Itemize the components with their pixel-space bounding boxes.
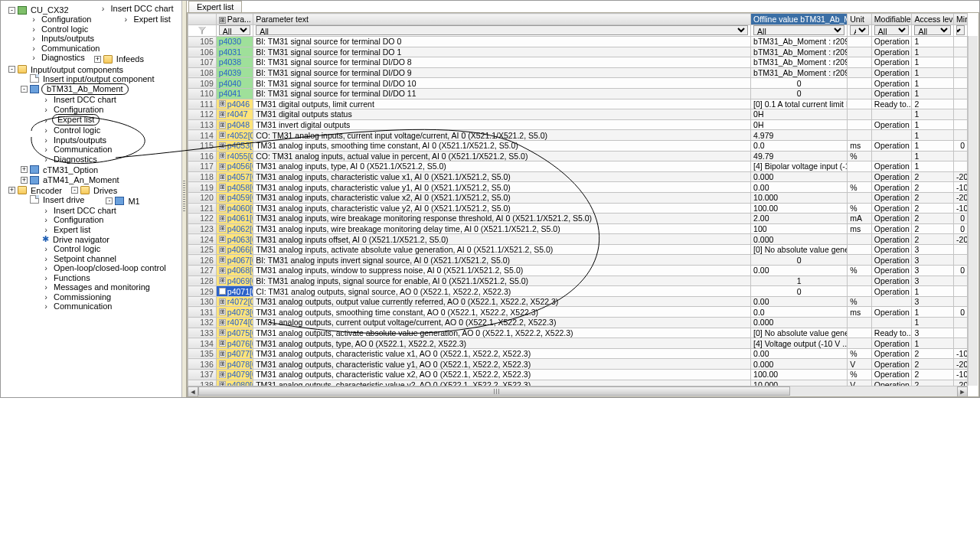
param-cell[interactable]: p4041: [216, 88, 253, 99]
expand-row-icon[interactable]: ⊞: [219, 288, 226, 295]
param-cell[interactable]: ⊞p4063[0]: [216, 234, 253, 245]
tree-item[interactable]: ›Expert list: [2, 114, 101, 126]
tree-item[interactable]: ✱Drive navigator: [2, 234, 113, 244]
offline-value-cell[interactable]: bTM31_Ab_Moment : r2090.5: [751, 47, 848, 57]
param-cell[interactable]: ⊞p4078[0]: [216, 359, 253, 370]
parameter-grid[interactable]: ⊞Para... Parameter text Offline value bT…: [187, 12, 979, 397]
param-cell[interactable]: p4031: [216, 47, 253, 57]
table-row[interactable]: 109 p4040 BI: TM31 signal source for ter…: [188, 78, 968, 89]
offline-value-cell[interactable]: 0.0: [751, 140, 848, 151]
param-cell[interactable]: ⊞p4080[0]: [216, 380, 253, 386]
param-cell[interactable]: ⊞p4066[0]: [216, 244, 253, 255]
filter-min[interactable]: All: [956, 25, 965, 35]
offline-value-cell[interactable]: 100: [751, 223, 848, 234]
offline-value-cell[interactable]: [4] Voltage output (-10 V ... +10 V): [751, 338, 848, 349]
expand-toggle[interactable]: -: [8, 7, 15, 14]
table-row[interactable]: 125 ⊞p4066[0] TM31 analog inputs, activa…: [188, 244, 968, 255]
expand-row-icon[interactable]: ⊞: [219, 319, 226, 326]
expand-toggle[interactable]: +: [21, 177, 28, 184]
param-cell[interactable]: ⊞p4068[0]: [216, 266, 253, 276]
tree-item[interactable]: ›Diagnostics: [2, 155, 100, 164]
expand-row-icon[interactable]: ⊞: [219, 194, 226, 201]
filter-row[interactable]: All All All All All All All: [188, 25, 968, 37]
param-cell[interactable]: ⊞p4056[0]: [216, 161, 253, 172]
table-row[interactable]: 111 ⊞p4046 TM31 digital outputs, limit c…: [188, 99, 968, 109]
tree-item[interactable]: ›Commissioning: [2, 292, 114, 302]
filter-offline[interactable]: All: [753, 25, 844, 35]
param-cell[interactable]: ⊞p4060[0]: [216, 203, 253, 214]
col-offline-value[interactable]: Offline value bTM31_Ab_Mo...: [751, 14, 848, 25]
tree-item[interactable]: ›Configuration: [2, 105, 106, 114]
offline-value-cell[interactable]: bTM31_Ab_Moment : r2090.0: [751, 57, 848, 68]
expand-row-icon[interactable]: ⊞: [219, 204, 226, 211]
expand-toggle[interactable]: +: [21, 166, 28, 173]
scroll-thumb[interactable]: [198, 386, 790, 396]
table-row[interactable]: 131 ⊞p4073[0] TM31 analog outputs, smoot…: [188, 307, 968, 318]
table-row[interactable]: 135 ⊞p4077[0] TM31 analog outputs, chara…: [188, 348, 968, 359]
table-row[interactable]: 129 ⊞p4071[0] CI: TM31 analog outputs, s…: [188, 286, 968, 297]
expand-row-icon[interactable]: ⊞: [219, 152, 226, 159]
expand-row-icon[interactable]: ⊞: [219, 308, 226, 315]
offline-value-cell[interactable]: 0.00: [751, 182, 848, 193]
table-row[interactable]: 106 p4031 BI: TM31 signal source for ter…: [188, 47, 968, 57]
param-cell[interactable]: p4038: [216, 57, 253, 68]
expand-toggle[interactable]: +: [8, 187, 15, 194]
expand-row-icon[interactable]: ⊞: [219, 163, 226, 170]
table-row[interactable]: 126 ⊞p4067[0] BI: TM31 analog inputs inv…: [188, 255, 968, 266]
tree-item[interactable]: ›Messages and monitoring: [2, 282, 153, 292]
tree-item[interactable]: ›Control logic: [2, 126, 103, 135]
expand-toggle[interactable]: -: [8, 66, 15, 73]
tree-item[interactable]: +cTM31_Option: [2, 165, 101, 174]
offline-value-cell[interactable]: 10.000: [751, 380, 848, 386]
offline-value-cell[interactable]: 0H: [751, 109, 848, 120]
tree-item[interactable]: ›Communication: [2, 302, 115, 311]
offline-value-cell[interactable]: [0] 0.1 A total current limit DI/DO 8 ..…: [751, 99, 848, 109]
tree-item[interactable]: -Input/output components: [2, 65, 126, 74]
offline-value-cell[interactable]: 0.00: [751, 266, 848, 276]
table-row[interactable]: 108 p4039 BI: TM31 signal source for ter…: [188, 67, 968, 78]
param-cell[interactable]: ⊞p4073[0]: [216, 307, 253, 318]
expand-row-icon[interactable]: ⊞: [219, 340, 226, 347]
param-cell[interactable]: ⊞p4079[0]: [216, 370, 253, 380]
offline-value-cell[interactable]: bTM31_Ab_Moment : r2090.1: [751, 67, 848, 78]
tree-item[interactable]: ›Communication: [2, 145, 115, 154]
expand-row-icon[interactable]: ⊞: [219, 236, 226, 243]
param-cell[interactable]: ⊞p4062[0]: [216, 223, 253, 234]
param-cell[interactable]: ⊞p4057[0]: [216, 171, 253, 182]
tree-item[interactable]: ›Expert list: [94, 15, 173, 24]
offline-value-cell[interactable]: 0.0: [751, 307, 848, 318]
param-cell[interactable]: ⊞p4075[0]: [216, 328, 253, 338]
param-cell[interactable]: p4030: [216, 37, 253, 47]
filter-mod[interactable]: All: [874, 25, 910, 35]
tree-item[interactable]: ›Inputs/outputs: [2, 135, 109, 145]
expand-row-icon[interactable]: ⊞: [219, 329, 226, 336]
table-row[interactable]: 127 ⊞p4068[0] TM31 analog inputs, window…: [188, 266, 968, 276]
expand-row-icon[interactable]: ⊞: [219, 350, 226, 357]
param-cell[interactable]: ⊞p4058[0]: [216, 182, 253, 193]
tree-item[interactable]: ›Insert DCC chart: [2, 95, 119, 104]
expand-row-icon[interactable]: ⊞: [219, 277, 226, 284]
expand-toggle[interactable]: +: [94, 56, 101, 63]
expand-row-icon[interactable]: ⊞: [219, 111, 226, 118]
table-row[interactable]: 107 p4038 BI: TM31 signal source for ter…: [188, 57, 968, 68]
tree-item[interactable]: -Drives: [65, 186, 120, 195]
param-cell[interactable]: ⊞p4067[0]: [216, 255, 253, 266]
table-row[interactable]: 110 p4041 BI: TM31 signal source for ter…: [188, 88, 968, 99]
param-cell[interactable]: ⊞p4069[0]: [216, 276, 253, 286]
horizontal-scrollbar[interactable]: ◄ ►: [188, 386, 968, 396]
vertical-scrollbar[interactable]: [968, 36, 978, 386]
offline-value-cell[interactable]: 0: [751, 255, 848, 266]
table-row[interactable]: 137 ⊞p4079[0] TM31 analog outputs, chara…: [188, 370, 968, 380]
offline-value-cell[interactable]: 0.000: [751, 171, 848, 182]
filter-text[interactable]: All: [256, 25, 748, 35]
offline-value-cell[interactable]: 0: [751, 78, 848, 89]
tree-item[interactable]: ›Control logic: [2, 244, 103, 253]
table-row[interactable]: 124 ⊞p4063[0] TM31 analog inputs offset,…: [188, 234, 968, 245]
offline-value-cell[interactable]: 49.79: [751, 151, 848, 161]
offline-value-cell[interactable]: 10.000: [751, 192, 848, 203]
table-row[interactable]: 112 ⊞r4047 TM31 digital outputs status 0…: [188, 109, 968, 120]
table-row[interactable]: 138 ⊞p4080[0] TM31 analog outputs, chara…: [188, 380, 968, 386]
expand-all-icon[interactable]: ⊞: [219, 17, 226, 24]
table-row[interactable]: 128 ⊞p4069[0] BI: TM31 analog inputs, si…: [188, 276, 968, 286]
expand-row-icon[interactable]: ⊞: [219, 225, 226, 232]
